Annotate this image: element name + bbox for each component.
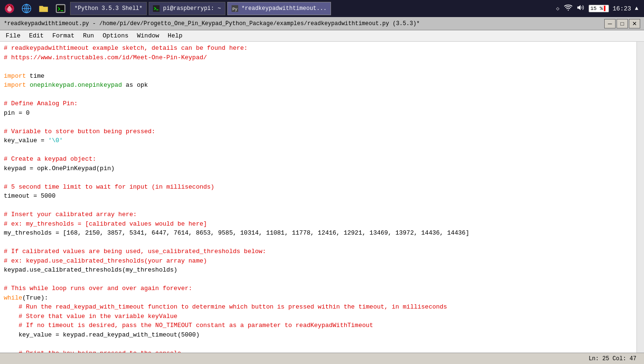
code-line: pin = 0 bbox=[4, 109, 636, 118]
editor-tab-btn[interactable]: Py *readkeypadwithtimeout... bbox=[227, 2, 331, 15]
terminal-tab-btn[interactable]: pi@raspberrypi: ~ bbox=[149, 2, 225, 15]
code-line: # Define Analog Pin: bbox=[4, 99, 636, 109]
code-line bbox=[4, 275, 636, 284]
system-tray: ⬦ 15 % ▌ 16:23 ▲ bbox=[555, 3, 642, 14]
svg-point-2 bbox=[7, 6, 9, 7]
svg-point-6 bbox=[11, 7, 13, 9]
code-line: # Create a keypad object: bbox=[4, 155, 636, 164]
code-line bbox=[4, 62, 636, 72]
menu-edit[interactable]: Edit bbox=[25, 31, 47, 40]
code-line: # If no timeout is desired, pass the NO_… bbox=[4, 321, 636, 330]
menu-run[interactable]: Run bbox=[79, 31, 98, 40]
code-line: # ex: keypad.use_calibrated_thresholds(y… bbox=[4, 256, 636, 266]
code-line: # readkeypadwithtimeout example sketch, … bbox=[4, 44, 636, 53]
svg-point-4 bbox=[9, 5, 10, 6]
browser-icon[interactable] bbox=[19, 1, 34, 16]
battery-indicator[interactable]: 15 % ▌ bbox=[589, 5, 609, 12]
vertical-scrollbar[interactable] bbox=[636, 42, 644, 353]
code-line bbox=[4, 238, 636, 247]
python-shell-label: *Python 3.5.3 Shell* bbox=[74, 5, 143, 12]
titlebar: *readkeypadwithtimeout.py - /home/pi/dev… bbox=[0, 17, 644, 30]
raspberry-icon[interactable] bbox=[2, 1, 17, 16]
statusbar: Ln: 25 Col: 47 bbox=[0, 353, 644, 364]
code-line: # Variable to store button being pressed… bbox=[4, 127, 636, 136]
minimize-button[interactable]: ─ bbox=[604, 19, 616, 28]
code-line: timeout = 5000 bbox=[4, 191, 636, 201]
cursor-position: Ln: 25 Col: 47 bbox=[589, 355, 636, 362]
code-line bbox=[4, 90, 636, 100]
battery-low-icon: ▌ bbox=[604, 6, 607, 11]
editor-tab-label: Py *readkeypadwithtimeout... bbox=[232, 5, 327, 12]
code-line: key_value = keypad.read_keypad_with_time… bbox=[4, 330, 636, 340]
code-line: # Run the read_keypad_with_timeout funct… bbox=[4, 302, 636, 312]
code-line bbox=[4, 118, 636, 127]
terminal-tab-label: pi@raspberrypi: ~ bbox=[153, 5, 221, 12]
svg-text:Py: Py bbox=[232, 7, 237, 11]
code-line: # ex: my_thresholds = [calibrated values… bbox=[4, 219, 636, 229]
svg-rect-11 bbox=[56, 5, 65, 13]
clock: 16:23 bbox=[613, 5, 631, 12]
menu-window[interactable]: Window bbox=[133, 31, 163, 40]
window-controls: ─ □ ✕ bbox=[604, 19, 640, 28]
window-title: *readkeypadwithtimeout.py - /home/pi/dev… bbox=[4, 20, 604, 27]
code-line: keypad.use_calibrated_thresholds(my_thre… bbox=[4, 265, 636, 275]
menu-help[interactable]: Help bbox=[164, 31, 186, 40]
filemanager-icon[interactable] bbox=[36, 1, 51, 16]
editor-area: # readkeypadwithtimeout example sketch, … bbox=[0, 42, 644, 353]
code-line bbox=[4, 201, 636, 210]
terminal-icon[interactable] bbox=[53, 1, 68, 16]
code-line: # If calibrated values are being used, u… bbox=[4, 247, 636, 256]
svg-point-17 bbox=[568, 9, 569, 10]
code-line: while(True): bbox=[4, 293, 636, 303]
menu-options[interactable]: Options bbox=[99, 31, 133, 40]
expand-icon[interactable]: ▲ bbox=[635, 5, 638, 12]
menubar: File Edit Format Run Options Window Help bbox=[0, 30, 644, 42]
bluetooth-icon[interactable]: ⬦ bbox=[555, 4, 560, 13]
taskbar: *Python 3.5.3 Shell* pi@raspberrypi: ~ P… bbox=[0, 0, 644, 17]
python-shell-btn[interactable]: *Python 3.5.3 Shell* bbox=[70, 2, 147, 15]
code-line: keypad = opk.OnePinKeypad(pin) bbox=[4, 164, 636, 173]
close-button[interactable]: ✕ bbox=[629, 19, 640, 28]
menu-file[interactable]: File bbox=[2, 31, 24, 40]
svg-marker-18 bbox=[577, 5, 581, 10]
code-line: # https://www.instructables.com/id/Meet-… bbox=[4, 53, 636, 63]
code-line: # Insert your calibrated array here: bbox=[4, 210, 636, 219]
code-line: import time bbox=[4, 72, 636, 81]
code-line: import onepinkeypad.onepinkeypad as opk bbox=[4, 81, 636, 90]
maximize-button[interactable]: □ bbox=[617, 19, 628, 28]
wifi-icon[interactable] bbox=[564, 3, 572, 14]
code-line: # 5 second time limit to wait for input … bbox=[4, 182, 636, 192]
code-editor[interactable]: # readkeypadwithtimeout example sketch, … bbox=[0, 42, 636, 353]
svg-point-5 bbox=[7, 7, 8, 9]
code-line: # Print the key being pressed to the con… bbox=[4, 349, 636, 353]
svg-point-3 bbox=[10, 6, 12, 7]
code-line bbox=[4, 146, 636, 155]
menu-format[interactable]: Format bbox=[48, 31, 78, 40]
code-line bbox=[4, 339, 636, 349]
code-line: # Store that value in the variable keyVa… bbox=[4, 312, 636, 321]
volume-icon[interactable] bbox=[576, 3, 585, 14]
code-line: key_value = '\0' bbox=[4, 136, 636, 146]
code-line bbox=[4, 173, 636, 182]
code-line: # This while loop runs over and over aga… bbox=[4, 284, 636, 293]
code-line: my_thresholds = [168, 2150, 3857, 5341, … bbox=[4, 228, 636, 238]
